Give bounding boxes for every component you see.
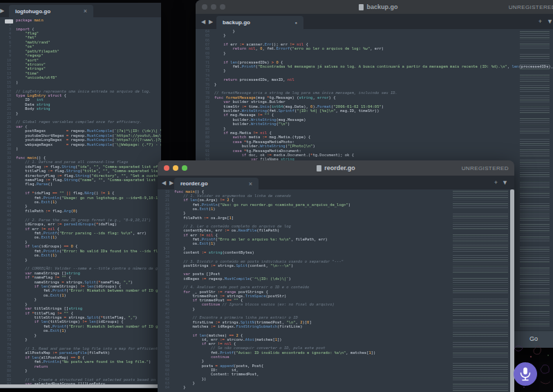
gutter-marker — [5, 19, 13, 24]
tab-overflow-icon[interactable]: ▼ — [547, 18, 553, 25]
title-bar[interactable]: reorder.go UNREGISTERED — [158, 160, 514, 176]
horizontal-scrollbar[interactable] — [0, 384, 160, 388]
close-tab-icon[interactable]: × — [84, 8, 87, 15]
tab-logtohugo[interactable]: logtohugo.go × — [9, 5, 93, 17]
zoom-button[interactable] — [182, 165, 187, 171]
minimize-button[interactable] — [173, 165, 178, 171]
modified-dot-icon: ● — [294, 21, 297, 25]
next-tab-icon[interactable]: ▶ — [209, 19, 213, 25]
window-reorder: reorder.go UNREGISTERED ◀ ▶ reorder.go ×… — [158, 160, 514, 392]
tab-overflow-icon[interactable]: ▼ — [502, 179, 508, 186]
close-button[interactable] — [202, 4, 207, 10]
tab-backup[interactable]: backup.go ● — [216, 16, 303, 29]
unregistered-badge: UNREGISTERED — [462, 165, 509, 171]
next-tab-icon[interactable]: ▶ — [169, 180, 174, 186]
window-title: backup.go — [196, 3, 553, 10]
new-tab-icon[interactable]: + — [494, 179, 498, 186]
document-icon — [317, 165, 321, 171]
title-bar[interactable]: backup.go UNREGISTERED — [196, 0, 553, 15]
next-tab-icon[interactable]: ▶ — [0, 7, 4, 13]
tab-label: backup.go — [223, 19, 250, 26]
desktop: ◀ ▶ logtohugo.go × 1package main2 3impor… — [0, 0, 553, 392]
window-title: reorder.go — [158, 165, 514, 171]
voice-assistant-button[interactable] — [513, 362, 538, 386]
tab-reorder[interactable]: reorder.go × — [174, 178, 259, 189]
prev-tab-icon[interactable]: ◀ — [201, 19, 205, 25]
code-editor[interactable]: 1package main2 3import (4 "flag"5 "fmt"6… — [0, 18, 161, 384]
tab-label: reorder.go — [180, 180, 208, 187]
minimap[interactable] — [520, 31, 550, 328]
zoom-button[interactable] — [220, 4, 225, 10]
unregistered-badge: UNREGISTERED — [509, 4, 553, 10]
close-button[interactable] — [164, 165, 169, 171]
minimize-button[interactable] — [211, 4, 216, 10]
tab-label: logtohugo.go — [15, 8, 50, 15]
tab-bar: ◀ ▶ logtohugo.go × — [0, 3, 161, 17]
tab-bar: ◀ ▶ reorder.go × + ▼ — [158, 176, 514, 189]
tab-bar: ◀ ▶ backup.go ● + ▼ — [196, 14, 553, 29]
window-logtohugo: ◀ ▶ logtohugo.go × 1package main2 3impor… — [0, 3, 161, 389]
close-tab-icon[interactable]: × — [249, 180, 252, 187]
prev-tab-icon[interactable]: ◀ — [162, 180, 166, 186]
document-icon — [359, 4, 364, 10]
new-tab-icon[interactable]: + — [538, 18, 542, 25]
minimap[interactable] — [453, 191, 508, 392]
